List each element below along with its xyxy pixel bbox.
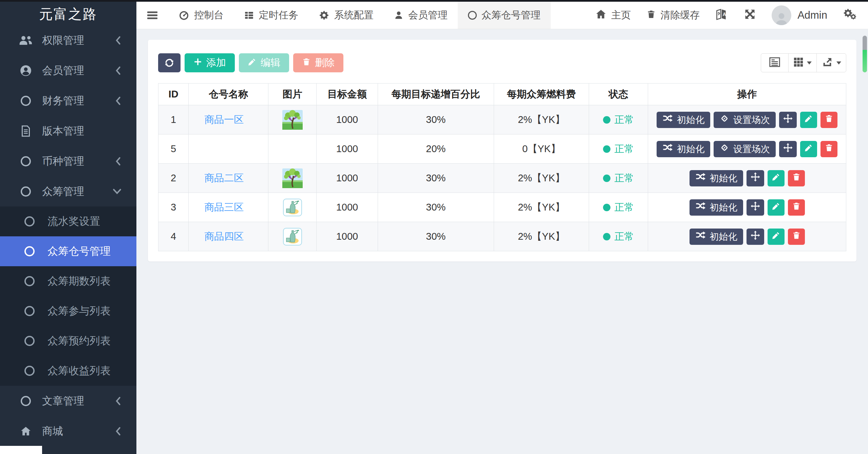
tab-warehouse-management[interactable]: 众筹仓号管理 [458,2,551,29]
sidebar-subitem-income-list[interactable]: 众筹收益列表 [0,356,136,386]
table-row: 2商品二区100030%2%【YK】正常初始化 [158,164,846,193]
cell-status: 正常 [589,164,648,193]
sidebar-toggle-button[interactable] [136,2,168,29]
row-edit-button[interactable] [800,141,817,157]
cell-increment-percent: 30% [378,164,494,193]
warehouse-name-link[interactable]: 商品一区 [204,114,244,125]
cell-increment-percent: 30% [378,105,494,134]
row-edit-button[interactable] [800,112,817,128]
cell-status: 正常 [589,193,648,222]
warehouse-name-link[interactable]: 商品三区 [204,202,244,213]
crowdfunding-submenu: 流水奖设置 众筹仓号管理 众筹期数列表 众筹参与列表 众筹预约列表 众筹收益列表 [0,206,136,386]
chevron-left-icon [115,66,121,75]
refresh-button[interactable] [158,53,181,72]
row-edit-button[interactable] [768,229,785,245]
col-header-actions: 操作 [648,84,846,105]
row-delete-button[interactable] [820,141,837,157]
circle-icon [17,156,35,166]
sidebar-item-currencies[interactable]: 币种管理 [0,146,136,176]
trash-icon [646,9,656,22]
tab-dashboard[interactable]: 控制台 [168,2,234,29]
sidebar-item-members[interactable]: 会员管理 [0,55,136,86]
sidebar: 元富之路 权限管理 会员管理 财务管理 版本管理 币种管理 众筹管理 流水奖设置 [0,0,136,454]
sidebar-item-crowdfunding[interactable]: 众筹管理 [0,176,136,206]
table-row: 4商品四区100030%2%【YK】正常初始化 [158,222,846,251]
cell-status: 正常 [589,134,648,164]
set-sessions-button[interactable]: 设置场次 [714,141,776,157]
initialize-button[interactable]: 初始化 [657,112,710,128]
detail-view-button[interactable] [761,53,789,72]
circle-icon [468,11,477,20]
dashboard-icon [178,10,189,20]
home-link[interactable]: 主页 [595,8,631,22]
row-actions: 初始化 [690,170,805,186]
sidebar-item-articles[interactable]: 文章管理 [0,386,136,416]
pencil-icon [804,143,813,155]
initialize-button[interactable]: 初始化 [690,229,743,245]
settings-button[interactable] [843,8,856,23]
row-delete-button[interactable] [788,170,805,186]
add-button[interactable]: 添加 [185,53,235,72]
status-badge: 正常 [603,113,634,127]
sidebar-subitem-reservation-list[interactable]: 众筹预约列表 [0,326,136,356]
tree-thumbnail-image[interactable] [282,168,303,188]
row-delete-button[interactable] [788,229,805,245]
row-delete-button[interactable] [788,199,805,216]
user-menu[interactable]: Admin [772,5,827,25]
row-edit-button[interactable] [768,170,785,186]
sidebar-subitem-flow-reward[interactable]: 流水奖设置 [0,206,136,236]
set-sessions-button[interactable]: 设置场次 [714,112,776,128]
table-row: 1商品一区100030%2%【YK】正常初始化设置场次 [158,105,846,134]
status-badge: 正常 [603,201,634,214]
chevron-left-icon [115,396,121,406]
pencil-icon [772,231,780,242]
tab-scheduled-tasks[interactable]: 定时任务 [234,2,308,29]
drag-sort-button[interactable] [779,112,797,128]
sidebar-item-mall[interactable]: 商城 [0,416,136,446]
clear-cache-button[interactable]: 清除缓存 [646,8,700,22]
status-dot-icon [603,204,610,211]
tab-member-management[interactable]: 会员管理 [384,2,458,29]
cell-target-amount: 1000 [317,105,378,134]
row-actions: 初始化设置场次 [657,112,837,128]
tab-label: 控制台 [194,8,224,22]
status-dot-icon [603,175,610,182]
row-edit-button[interactable] [768,199,785,216]
drag-sort-button[interactable] [747,229,764,245]
fullscreen-button[interactable] [744,8,756,23]
drag-sort-button[interactable] [779,141,797,157]
columns-button[interactable] [788,53,817,72]
tag-icon [719,113,730,126]
trash-icon [792,172,801,184]
cell-target-amount: 1000 [317,193,378,222]
warehouse-name-link[interactable]: 商品二区 [204,172,244,183]
scrollbar-thumb[interactable] [863,36,867,72]
bottle-thumbnail-image[interactable] [283,228,302,246]
sidebar-item-permissions[interactable]: 权限管理 [0,25,136,55]
home-icon [17,426,35,436]
initialize-button[interactable]: 初始化 [657,141,710,157]
sidebar-item-versions[interactable]: 版本管理 [0,116,136,146]
sidebar-subitem-participation-list[interactable]: 众筹参与列表 [0,296,136,326]
drag-sort-button[interactable] [747,170,764,186]
sidebar-subitem-period-list[interactable]: 众筹期数列表 [0,266,136,296]
row-delete-button[interactable] [820,112,837,128]
sidebar-subitem-warehouse-management[interactable]: 众筹仓号管理 [0,236,136,266]
sidebar-item-finance[interactable]: 财务管理 [0,86,136,116]
status-badge: 正常 [603,142,634,156]
bottle-thumbnail-image[interactable] [283,199,302,216]
drag-sort-button[interactable] [747,199,764,216]
col-header-status: 状态 [589,84,648,105]
warehouse-name-link[interactable]: 商品四区 [204,231,244,242]
cell-warehouse-name: 商品一区 [189,105,268,134]
export-button[interactable] [816,53,846,72]
delete-button[interactable]: 删除 [293,53,343,72]
sidebar-item-label: 会员管理 [42,63,115,78]
initialize-button[interactable]: 初始化 [690,170,743,186]
tab-system-config[interactable]: 系统配置 [308,2,384,29]
language-button[interactable]: A [715,8,728,23]
tree-thumbnail-image[interactable] [282,110,303,130]
status-label: 正常 [615,171,634,185]
initialize-button[interactable]: 初始化 [690,199,743,216]
edit-button[interactable]: 编辑 [239,53,289,72]
